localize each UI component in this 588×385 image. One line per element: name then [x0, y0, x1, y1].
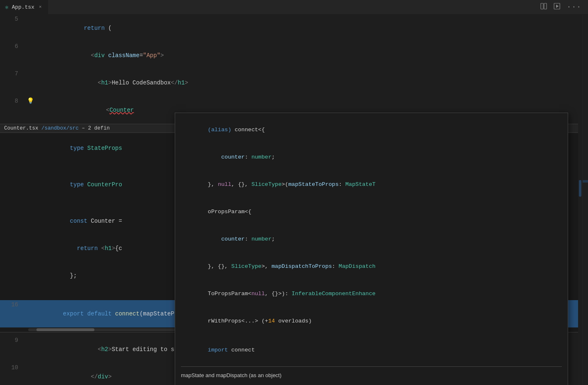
peek-path: /sandbox/src	[41, 125, 79, 131]
tab-filename: App.tsx	[12, 4, 34, 10]
tooltip-line-2: counter: number;	[181, 144, 562, 171]
tooltip-line-5: counter: number;	[181, 226, 562, 253]
minimap	[582, 14, 588, 385]
top-code-lines: 5 return ( 6 <div className="App"> 7 <h1…	[0, 14, 578, 124]
tooltip-line-1: (alias) connect<{	[181, 116, 562, 144]
svg-rect-0	[541, 3, 543, 9]
line-number: 7	[0, 69, 25, 78]
active-tab[interactable]: ⚛ App.tsx ×	[0, 0, 48, 14]
svg-marker-3	[556, 5, 559, 8]
tab-close-button[interactable]: ×	[38, 4, 43, 10]
line-content: return (	[25, 14, 578, 42]
code-line-5: 5 return (	[0, 14, 578, 42]
tooltip-line-7: ToPropsParam<null, {}>): InferableCompon…	[181, 280, 562, 308]
code-line-7: 7 <h1>Hello CodeSandbox</h1>	[0, 69, 578, 96]
tooltip-line-9: import connect	[181, 337, 562, 364]
peek-suffix: – 2 defin	[82, 125, 110, 131]
tooltip-divider	[181, 366, 562, 367]
tooltip-description: mapState and mapDispatch (as an object)	[181, 369, 562, 380]
line-number: 16	[0, 300, 25, 309]
tooltip-line-8: rWithProps<...> (+14 overloads)	[181, 308, 562, 335]
svg-rect-1	[544, 3, 547, 9]
tooltip-line-4: oPropsParam<{	[181, 198, 562, 226]
line-content: <div className="App">	[25, 42, 578, 69]
hover-tooltip: (alias) connect<{ counter: number; }, nu…	[175, 113, 568, 385]
line-number: 8	[0, 96, 25, 106]
lightbulb-icon[interactable]: 💡	[26, 96, 35, 106]
tab-bar: ⚛ App.tsx × ···	[0, 0, 588, 14]
line-content: <h1>Hello CodeSandbox</h1>	[25, 69, 578, 96]
peek-filename: Counter.tsx	[4, 125, 39, 131]
code-area: 5 return ( 6 <div className="App"> 7 <h1…	[0, 14, 578, 385]
open-preview-button[interactable]	[551, 1, 563, 13]
tooltip-line-6: }, {}, SliceType>, mapDispatchToProps: M…	[181, 253, 562, 280]
scrollbar-track[interactable]	[578, 14, 582, 385]
split-editor-button[interactable]	[538, 1, 549, 13]
react-icon: ⚛	[5, 4, 8, 11]
editor-container: 5 return ( 6 <div className="App"> 7 <h1…	[0, 14, 588, 385]
tooltip-line-3: }, null, {}, SliceType>(mapStateToProps:…	[181, 171, 562, 198]
line-number: 9	[0, 336, 25, 345]
more-actions-button[interactable]: ···	[564, 1, 584, 13]
code-line-6: 6 <div className="App">	[0, 42, 578, 69]
right-gutter	[578, 14, 588, 385]
line-number: 10	[0, 363, 25, 372]
line-number: 5	[0, 14, 25, 24]
line-number: 6	[0, 42, 25, 51]
editor-actions: ···	[538, 1, 588, 13]
